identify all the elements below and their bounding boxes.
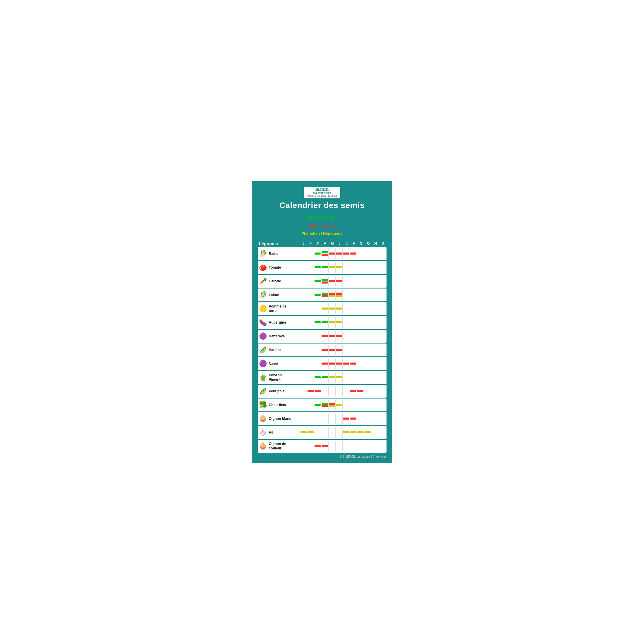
month-cell xyxy=(364,427,371,438)
bar-red xyxy=(336,293,342,295)
month-header-J: J xyxy=(300,241,307,245)
month-cell xyxy=(371,345,378,355)
month-cell xyxy=(350,372,357,383)
month-cell xyxy=(350,303,357,314)
veg-info: 🥬Radis xyxy=(259,250,300,257)
month-cell xyxy=(378,427,385,438)
month-cell xyxy=(364,276,371,286)
bar-red xyxy=(322,363,328,365)
month-cell xyxy=(350,345,357,355)
month-cell xyxy=(350,427,357,438)
month-cell xyxy=(335,248,342,259)
header-row: Légumes JFMAMJJASOND xyxy=(258,241,387,246)
veg-name: Betterave xyxy=(269,334,285,338)
month-cell xyxy=(300,276,307,286)
bar-red xyxy=(350,390,356,392)
bar-yellow xyxy=(329,405,335,407)
bar-red xyxy=(357,390,363,392)
month-cell xyxy=(314,427,321,438)
veg-name: Navet xyxy=(269,362,279,366)
month-cell xyxy=(321,248,328,259)
month-cell xyxy=(307,303,314,314)
month-cell xyxy=(342,317,349,328)
bar-yellow xyxy=(336,308,342,310)
month-cell xyxy=(335,317,342,328)
month-cell xyxy=(314,290,321,300)
bar-green xyxy=(315,321,321,323)
month-cell xyxy=(328,372,335,383)
bar-green xyxy=(322,251,328,253)
month-cell xyxy=(371,317,378,328)
month-cell xyxy=(321,317,328,328)
veg-name: Petit pois xyxy=(269,389,285,393)
veg-info: 🫛Petit pois xyxy=(259,387,300,395)
month-cell xyxy=(342,262,349,273)
month-cell xyxy=(321,400,328,410)
month-cell xyxy=(335,386,342,396)
month-cell xyxy=(328,427,335,438)
month-cell xyxy=(364,441,371,451)
bar-red xyxy=(322,295,328,297)
bar-yellow xyxy=(357,431,363,433)
bar-green xyxy=(315,376,321,378)
month-cell xyxy=(307,290,314,300)
veg-row: 🟡Pomme deterre xyxy=(258,302,387,315)
month-cell xyxy=(364,372,371,383)
veg-name: Laitue xyxy=(269,293,279,297)
month-cell xyxy=(350,317,357,328)
veg-name: PoivronPiment xyxy=(269,373,282,382)
month-cell xyxy=(307,372,314,383)
month-cell xyxy=(314,400,321,410)
bar-red xyxy=(343,418,349,420)
month-cell xyxy=(342,248,349,259)
month-cell xyxy=(328,441,335,451)
month-cell xyxy=(378,400,385,410)
month-cell xyxy=(342,386,349,396)
month-cell xyxy=(371,303,378,314)
month-cell xyxy=(314,345,321,355)
month-cell xyxy=(307,317,314,328)
bar-red xyxy=(329,403,335,405)
veg-rows: 🥬Radis🍅Tomate🥕Carotte🥬Laitue🟡Pomme deter… xyxy=(258,247,387,453)
month-cell xyxy=(364,345,371,355)
month-cell xyxy=(335,276,342,286)
month-cell xyxy=(307,400,314,410)
month-header-A: A xyxy=(350,241,358,245)
legend-red: Semis en place xyxy=(308,223,336,228)
month-cell xyxy=(357,386,364,396)
veg-info: 🟣Betterave xyxy=(259,332,300,340)
veg-icon: 🫑 xyxy=(259,374,267,381)
month-cell xyxy=(357,303,364,314)
month-cell xyxy=(357,290,364,300)
veg-icon: 🧅 xyxy=(259,415,267,423)
veg-name: Chou-fleur xyxy=(269,403,287,407)
veg-name: Oignon blanc xyxy=(269,417,291,421)
veg-icon: 🟣 xyxy=(259,332,267,340)
calendar-table: Légumes JFMAMJJASOND 🥬Radis🍅Tomate🥕Carot… xyxy=(258,241,387,453)
bar-red xyxy=(350,418,356,420)
legend: Semis sous abris Semis en place Plantati… xyxy=(258,213,387,237)
month-cell xyxy=(357,372,364,383)
months-grid xyxy=(300,441,385,451)
veg-row: 🫑PoivronPiment xyxy=(258,371,387,384)
month-cell xyxy=(342,441,349,451)
month-cell xyxy=(371,248,378,259)
bar-yellow xyxy=(336,266,342,268)
veg-info: 🧄Ail xyxy=(259,429,300,436)
veg-info: 🫑PoivronPiment xyxy=(259,373,300,382)
veg-row: 🍅Tomate xyxy=(258,261,387,274)
footer: © SILENCE, ça pousse ! Chez vous xyxy=(258,455,387,458)
logo-text: SILENCE, ça pousse! PRODUITS • CONSEILS … xyxy=(307,188,337,197)
month-cell xyxy=(307,358,314,369)
month-cell xyxy=(371,276,378,286)
veg-name: Radis xyxy=(269,252,279,256)
month-cell xyxy=(350,331,357,341)
bar-red xyxy=(336,349,342,351)
month-cell xyxy=(357,317,364,328)
bar-red xyxy=(322,445,328,447)
month-cell xyxy=(328,276,335,286)
vegetables-header: Légumes xyxy=(259,241,300,246)
month-cell xyxy=(357,345,364,355)
month-cell xyxy=(335,413,342,424)
bar-red xyxy=(308,390,314,392)
